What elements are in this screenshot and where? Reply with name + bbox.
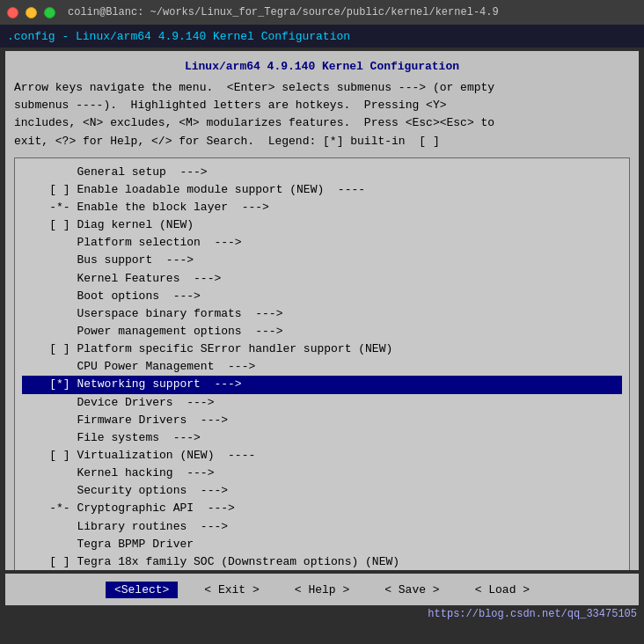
menu-item-19[interactable]: -*- Cryptographic API ---> [22, 500, 622, 517]
minimize-button[interactable] [26, 7, 37, 18]
menu-item-2[interactable]: -*- Enable the block layer ---> [22, 199, 622, 216]
menu-item-5[interactable]: Bus support ---> [22, 252, 622, 269]
help-line-4: exit, <?> for Help, </> for Search. Lege… [14, 133, 630, 150]
help-line-2: submenus ----). Highlighted letters are … [14, 97, 630, 114]
help-button[interactable]: < Help > [286, 582, 358, 598]
menu-item-1[interactable]: [ ] Enable loadable module support (NEW)… [22, 181, 622, 199]
menu-item-15[interactable]: File systems ---> [22, 429, 622, 447]
menu-item-0[interactable]: General setup ---> [22, 164, 622, 181]
bottom-bar: <Select> < Exit > < Help > < Save > < Lo… [5, 574, 639, 605]
menu-item-6[interactable]: Kernel Features ---> [22, 270, 622, 288]
menu-item-7[interactable]: Boot options ---> [22, 288, 622, 305]
menu-item-4[interactable]: Platform selection ---> [22, 234, 622, 252]
close-button[interactable] [7, 7, 18, 18]
footer-url: https://blog.csdn.net/qq_33475105 [428, 608, 637, 620]
window-title: colin@Blanc: ~/works/Linux_for_Tegra/sou… [68, 6, 499, 18]
menu-item-21[interactable]: Tegra BPMP Driver [22, 536, 622, 553]
terminal-area: Linux/arm64 4.9.140 Kernel Configuration… [5, 51, 639, 570]
menu-item-10[interactable]: [ ] Platform specific SError handler sup… [22, 340, 622, 358]
menu-box: General setup ---> [ ] Enable loadable m… [14, 157, 630, 570]
menu-item-22[interactable]: [ ] Tegra 18x family SOC (Downstream opt… [22, 553, 622, 570]
kernel-title: Linux/arm64 4.9.140 Kernel Configuration [14, 58, 630, 76]
title-bar: colin@Blanc: ~/works/Linux_for_Tegra/sou… [0, 0, 644, 25]
help-line-3: includes, <N> excludes, <M> modularizes … [14, 114, 630, 132]
help-line-1: Arrow keys navigate the menu. <Enter> se… [14, 79, 630, 97]
load-button[interactable]: < Load > [466, 582, 538, 598]
menu-bar-text: .config - Linux/arm64 4.9.140 Kernel Con… [7, 30, 350, 43]
menu-item-8[interactable]: Userspace binary formats ---> [22, 305, 622, 323]
menu-bar: .config - Linux/arm64 4.9.140 Kernel Con… [0, 25, 644, 48]
menu-item-12[interactable]: [*] Networking support ---> [22, 376, 622, 393]
menu-item-11[interactable]: CPU Power Management ---> [22, 358, 622, 376]
maximize-button[interactable] [44, 7, 55, 18]
save-button[interactable]: < Save > [376, 582, 448, 598]
menu-item-17[interactable]: Kernel hacking ---> [22, 465, 622, 482]
menu-item-13[interactable]: Device Drivers ---> [22, 394, 622, 412]
menu-item-9[interactable]: Power management options ---> [22, 323, 622, 340]
select-button[interactable]: <Select> [106, 582, 178, 598]
menu-item-18[interactable]: Security options ---> [22, 482, 622, 500]
menu-item-3[interactable]: [ ] Diag kernel (NEW) [22, 216, 622, 234]
footer: https://blog.csdn.net/qq_33475105 [0, 605, 644, 625]
menu-item-14[interactable]: Firmware Drivers ---> [22, 412, 622, 429]
menu-item-20[interactable]: Library routines ---> [22, 518, 622, 536]
menu-item-16[interactable]: [ ] Virtualization (NEW) ---- [22, 447, 622, 465]
exit-button[interactable]: < Exit > [195, 582, 267, 598]
help-text: Arrow keys navigate the menu. <Enter> se… [14, 79, 630, 150]
